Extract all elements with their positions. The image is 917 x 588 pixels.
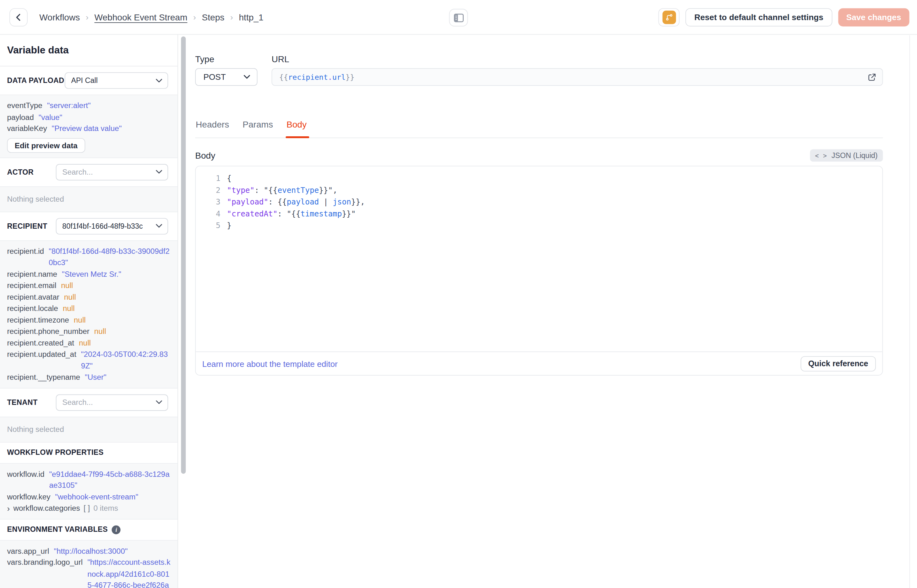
- variable-key: recipient.locale: [7, 303, 58, 314]
- variable-row: recipient.phone_numbernull: [7, 326, 170, 337]
- variable-value: "webhook-event-stream": [55, 491, 138, 502]
- workflow-categories-count: 0 items: [93, 502, 118, 514]
- variable-row: recipient.updated_at"2024-03-05T00:42:29…: [7, 349, 170, 372]
- code-text: "payload": {{payload | json}},: [227, 196, 365, 208]
- chevron-left-icon: [15, 13, 22, 21]
- chevron-down-icon: [156, 79, 162, 82]
- variable-value: "server:alert": [47, 100, 91, 111]
- variable-key: recipient.updated_at: [7, 349, 76, 372]
- variable-key: recipient.timezone: [7, 314, 69, 325]
- variable-key: recipient.created_at: [7, 337, 74, 348]
- content-area: Variable data DATA PAYLOAD API Call even…: [0, 34, 917, 588]
- variable-row: recipient.emailnull: [7, 280, 170, 291]
- code-line: 2"type": "{{eventType}}",: [196, 185, 882, 196]
- variable-row: workflow.id"e91ddae4-7f99-45cb-a688-3c12…: [7, 468, 170, 491]
- breadcrumb: Workflows›Webhook Event Stream›Steps›htt…: [39, 12, 263, 22]
- external-link-icon[interactable]: [868, 73, 877, 84]
- body-section-label: Body: [195, 150, 215, 160]
- format-badge-label: JSON (Liquid): [831, 152, 878, 160]
- tenant-search-placeholder: Search...: [62, 398, 152, 407]
- variable-row: recipient.created_atnull: [7, 337, 170, 348]
- save-changes-button[interactable]: Save changes: [838, 8, 909, 26]
- actor-row: ACTOR Search...: [0, 158, 178, 186]
- recipient-select[interactable]: 80f1f4bf-166d-48f9-b33c: [56, 218, 168, 234]
- chevron-down-icon: [156, 170, 162, 174]
- data-payload-fields: eventType"server:alert"payload"value"var…: [7, 100, 170, 134]
- variable-value: "https://account-assets.knock.app/42d161…: [87, 557, 171, 588]
- tab-headers[interactable]: Headers: [195, 118, 230, 137]
- variable-row: workflow.key"webhook-event-stream": [7, 491, 170, 502]
- toggle-sidebar-button[interactable]: [449, 9, 468, 26]
- reset-default-channel-settings-button[interactable]: Reset to default channel settings: [686, 8, 832, 26]
- chevron-down-icon: [244, 75, 250, 79]
- variable-key: recipient.email: [7, 280, 56, 291]
- breadcrumb-item[interactable]: http_1: [239, 12, 263, 22]
- data-payload-preview-block: eventType"server:alert"payload"value"var…: [0, 95, 178, 158]
- variable-value: "http://localhost:3000": [54, 545, 128, 556]
- actor-label: ACTOR: [7, 168, 34, 176]
- learn-more-link[interactable]: Learn more about the template editor: [202, 359, 338, 368]
- recipient-row: RECIPIENT 80f1f4bf-166d-48f9-b33c: [0, 212, 178, 240]
- variable-value: null: [79, 337, 91, 348]
- expand-chevron-icon[interactable]: ›: [7, 504, 10, 512]
- environment-variables-heading: ENVIRONMENT VARIABLES i: [0, 519, 178, 540]
- data-payload-row: DATA PAYLOAD API Call: [0, 66, 178, 95]
- workflow-properties-heading: WORKFLOW PROPERTIES: [0, 442, 178, 463]
- main-scroll-gutter: [909, 35, 917, 588]
- http-method-select[interactable]: POST: [195, 68, 257, 86]
- recipient-label: RECIPIENT: [7, 222, 47, 230]
- commit-changes-button[interactable]: [659, 8, 680, 26]
- back-button[interactable]: [10, 8, 27, 26]
- workflow-categories-row[interactable]: › workflow.categories [ ] 0 items: [7, 502, 170, 514]
- quick-reference-button[interactable]: Quick reference: [801, 356, 876, 371]
- info-icon[interactable]: i: [112, 525, 121, 534]
- chevron-down-icon: [156, 224, 162, 228]
- variable-row: recipient.id"80f1f4bf-166d-48f9-b33c-390…: [7, 245, 170, 268]
- url-input[interactable]: {{recipient.url}}: [271, 68, 883, 86]
- topbar-actions: Reset to default channel settings Save c…: [659, 8, 909, 26]
- breadcrumb-item[interactable]: Webhook Event Stream: [94, 12, 187, 22]
- edit-preview-data-button[interactable]: Edit preview data: [7, 138, 85, 153]
- code-brackets-icon: < >: [815, 152, 828, 159]
- variable-key: workflow.key: [7, 491, 50, 502]
- variable-key: vars.app_url: [7, 545, 49, 556]
- breadcrumb-item[interactable]: Steps: [202, 12, 224, 22]
- code-line: 5}: [196, 220, 882, 231]
- variable-value: "2024-03-05T00:42:29.839Z": [81, 349, 171, 372]
- actor-search-select[interactable]: Search...: [56, 164, 168, 180]
- sidebar-scrollbar[interactable]: [181, 36, 186, 474]
- variable-value: null: [74, 314, 86, 325]
- line-number: 5: [196, 220, 227, 231]
- workflow-categories-key: workflow.categories: [13, 502, 80, 514]
- tab-body[interactable]: Body: [286, 118, 307, 137]
- workflow-properties-title: WORKFLOW PROPERTIES: [7, 449, 103, 457]
- actor-empty-state: Nothing selected: [0, 186, 178, 212]
- code-line: 1{: [196, 173, 882, 184]
- actor-search-placeholder: Search...: [62, 167, 152, 176]
- variable-value: "e91ddae4-7f99-45cb-a688-3c129aae3105": [49, 468, 170, 491]
- breadcrumb-item[interactable]: Workflows: [39, 12, 80, 22]
- code-editor[interactable]: 1{2"type": "{{eventType}}",3"payload": {…: [196, 166, 882, 352]
- variable-value: "Preview data value": [52, 123, 122, 134]
- variable-key: workflow.id: [7, 468, 44, 491]
- variable-key: payload: [7, 111, 34, 123]
- variable-row: recipient.name"Steven Metz Sr.": [7, 268, 170, 279]
- tenant-search-select[interactable]: Search...: [56, 394, 168, 410]
- format-badge[interactable]: < > JSON (Liquid): [810, 149, 883, 162]
- code-text: "type": "{{eventType}}",: [227, 185, 337, 196]
- recipient-selected-value: 80f1f4bf-166d-48f9-b33c: [62, 222, 152, 230]
- data-payload-select[interactable]: API Call: [65, 72, 168, 89]
- template-editor-main: Type POST URL {{recipient.url}}: [178, 34, 917, 588]
- tab-params[interactable]: Params: [242, 118, 273, 137]
- breadcrumb-separator: ›: [230, 12, 233, 22]
- variable-key: recipient.name: [7, 268, 57, 279]
- tenant-label: TENANT: [7, 398, 37, 407]
- variable-row: eventType"server:alert": [7, 100, 170, 111]
- code-text: }: [227, 220, 231, 231]
- url-label: URL: [271, 55, 883, 63]
- line-number: 3: [196, 196, 227, 208]
- environment-variables-title: ENVIRONMENT VARIABLES: [7, 525, 108, 534]
- template-editor-card: 1{2"type": "{{eventType}}",3"payload": {…: [195, 166, 883, 376]
- line-number: 1: [196, 173, 227, 184]
- variable-row: recipient.timezonenull: [7, 314, 170, 325]
